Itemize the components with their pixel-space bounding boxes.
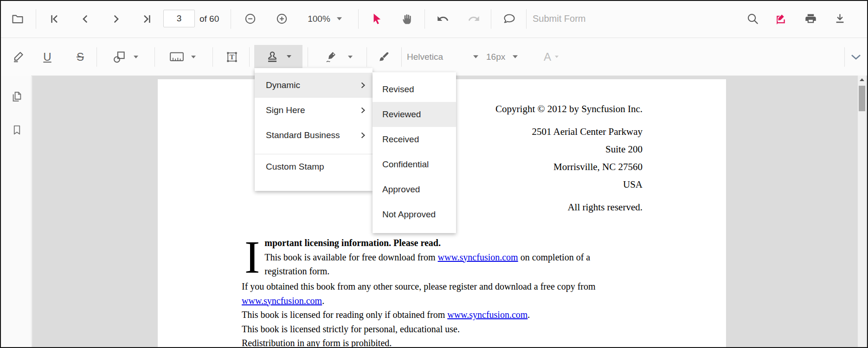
redo-button[interactable] [463,0,484,38]
zoom-level-dropdown[interactable]: 100% [302,0,348,38]
address-line: Morrisville, NC 27560 [495,158,643,175]
bookmark-panel-button[interactable] [6,120,27,140]
zoom-level-value: 100% [308,14,330,24]
ink-button[interactable] [373,38,394,76]
last-page-icon [141,13,153,25]
undo-button[interactable] [432,0,453,38]
shapes-icon [112,50,126,64]
stamp-menu-item-dynamic[interactable]: Dynamic [255,73,373,98]
brush-icon [377,51,390,63]
zoom-out-button[interactable] [240,0,260,38]
annotation-edit-icon [774,13,787,25]
download-icon [834,13,846,25]
chevron-right-icon [110,13,122,25]
pdf-viewer-window: of 60 100% Submit Form [0,0,868,348]
print-icon [804,13,817,25]
submenu-item-not-approved[interactable]: Not Approved [373,202,456,227]
stamp-menu-item-sign-here[interactable]: Sign Here [255,98,373,123]
font-family-dropdown[interactable]: Helvetica [407,38,481,76]
annotation-edit-button[interactable] [771,0,791,38]
menu-item-label: Approved [382,184,420,195]
page-count-label: of 60 [199,0,219,38]
menu-item-label: Standard Business [266,130,340,140]
strikethrough-button[interactable]: S [70,38,90,76]
comment-button[interactable] [499,0,520,38]
stamp-dropdown[interactable] [254,45,302,68]
submenu-item-confidential[interactable]: Confidential [373,152,456,177]
submenu-item-received[interactable]: Received [373,127,456,152]
licensing-block: Important licensing information. Please … [242,236,678,348]
print-button[interactable] [800,0,821,38]
menu-item-label: Dynamic [266,80,300,90]
text-select-tool-button[interactable] [366,0,387,38]
scrollbar-thumb[interactable] [859,86,865,111]
underline-icon: U [43,51,51,63]
calibrate-dropdown[interactable] [163,38,202,76]
caret-down-icon [473,55,478,58]
zoom-in-button[interactable] [271,0,292,38]
font-size-value: 16px [486,52,505,62]
zoom-out-icon [244,13,257,25]
font-color-icon: A [544,51,551,63]
submit-form-button[interactable]: Submit Form [533,0,585,38]
hand-icon [401,13,414,25]
caret-down-icon [555,56,559,58]
separator [424,9,425,29]
separator [844,47,845,67]
separator [401,47,402,67]
shapes-dropdown[interactable] [106,38,145,76]
undo-icon [437,13,449,25]
last-page-button[interactable] [137,0,157,38]
licensing-heading: mportant licensing information. Please r… [264,238,441,248]
annotation-toolbar: U S T [0,38,868,76]
highlight-button[interactable] [8,38,29,76]
submenu-arrow-icon [361,82,365,89]
first-page-icon [48,13,60,25]
download-button[interactable] [829,0,850,38]
menu-item-label: Revised [382,84,414,95]
stamp-submenu: Revised Reviewed Received Confidential A… [373,72,456,233]
body-text: registration form. [264,266,329,276]
stamp-menu-item-custom-stamp[interactable]: Custom Stamp [255,154,373,179]
syncfusion-link[interactable]: www.syncfusion.com [447,310,527,320]
menu-item-label: Reviewed [382,109,421,120]
page-number-input[interactable] [163,10,195,27]
stamp-icon [265,50,279,63]
separator [358,9,359,29]
address-line: 2501 Aerial Center Parkway [495,123,643,140]
drop-cap: I [244,239,260,279]
submenu-item-approved[interactable]: Approved [373,177,456,202]
first-page-button[interactable] [44,0,64,38]
search-button[interactable] [742,0,763,38]
menu-item-label: Confidential [382,159,429,170]
thumbnail-panel-button[interactable] [6,86,27,107]
body-text: . [322,296,324,306]
body-text: This book is available for free download… [264,252,437,262]
calibrate-icon [170,51,184,63]
scroll-up-button[interactable] [858,76,866,83]
separator [154,47,155,67]
underline-button[interactable]: U [37,38,58,76]
collapse-annotation-toolbar-button[interactable] [846,38,866,76]
submenu-item-reviewed[interactable]: Reviewed [373,102,456,127]
separator [231,9,231,29]
syncfusion-link[interactable]: www.syncfusion.com [438,252,518,262]
previous-page-button[interactable] [75,0,96,38]
zoom-in-icon [276,13,288,25]
strikethrough-icon: S [77,51,84,63]
main-toolbar: of 60 100% Submit Form [0,0,868,38]
separator [308,47,308,67]
separator [526,9,527,29]
body-text: This book is licensed strictly for perso… [242,324,460,334]
pan-tool-button[interactable] [397,0,418,38]
font-color-dropdown[interactable]: A [541,38,561,76]
free-text-button[interactable]: T [222,38,242,76]
syncfusion-link[interactable]: www.syncfusion.com [242,296,322,306]
submenu-item-revised[interactable]: Revised [373,77,456,102]
open-file-button[interactable] [6,0,30,38]
next-page-button[interactable] [106,0,126,38]
caret-down-icon [337,17,342,20]
font-size-dropdown[interactable]: 16px [486,38,518,76]
stamp-menu-item-standard-business[interactable]: Standard Business [255,123,373,148]
vertical-scrollbar[interactable] [858,76,866,348]
